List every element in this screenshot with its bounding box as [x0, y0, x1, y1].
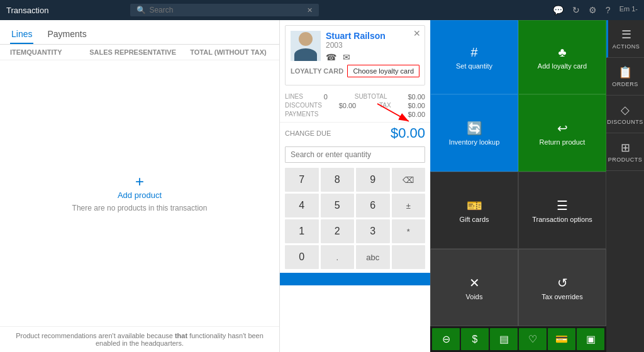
help-icon[interactable]: ?	[606, 5, 611, 15]
bottom-icon-minus[interactable]: ⊖	[432, 328, 460, 350]
numpad-4[interactable]: 4	[285, 194, 319, 217]
avatar-body	[294, 48, 317, 61]
add-product-label: Add product	[118, 190, 162, 200]
col-item: ITEM	[10, 48, 26, 56]
customer-contacts: ☎ ✉	[326, 52, 386, 62]
products-label: PRODUCTS	[608, 157, 643, 163]
title-bar-actions: 💬 ↻ ⚙ ? Em 1-	[553, 5, 638, 15]
inventory-icon: 🔄	[467, 121, 482, 136]
return-icon: ↩	[557, 121, 568, 136]
tab-payments[interactable]: Payments	[46, 25, 87, 44]
numpad-1[interactable]: 1	[285, 219, 319, 243]
bottom-icon-heart[interactable]: ♡	[519, 328, 547, 350]
gift-cards-button[interactable]: 🎫 Gift cards	[430, 172, 518, 249]
bottom-icon-box[interactable]: ▣	[577, 328, 604, 350]
tab-lines[interactable]: Lines	[10, 25, 33, 44]
title-bar: Transaction 🔍 ✕ 💬 ↻ ⚙ ? Em 1-	[0, 0, 644, 20]
side-actions-products[interactable]: ⊞ PRODUCTS	[606, 133, 644, 171]
return-label: Return product	[540, 138, 586, 146]
set-quantity-icon: #	[470, 45, 477, 60]
numpad-3[interactable]: 3	[356, 219, 390, 243]
bottom-icon-card2[interactable]: 💳	[548, 328, 575, 350]
inventory-lookup-button[interactable]: 🔄 Inventory lookup	[430, 94, 518, 172]
settings-icon[interactable]: ⚙	[589, 5, 597, 15]
customer-name[interactable]: Stuart Railson	[326, 31, 386, 41]
col-sales-rep: SALES REPRESENTATIVE	[89, 48, 190, 56]
middle-panel: ✕ Stuart Railson 2003 ☎ ✉ LOYALTY CARD	[279, 20, 430, 352]
main-container: Lines Payments ITEM QUANTITY SALES REPRE…	[0, 20, 644, 352]
payments-value: $0.00	[408, 111, 425, 118]
search-input[interactable]	[149, 6, 304, 14]
close-customer-button[interactable]: ✕	[413, 28, 421, 38]
search-quantity-input[interactable]	[285, 146, 425, 163]
add-product-button[interactable]: + Add product	[118, 174, 162, 200]
gift-cards-label: Gift cards	[459, 216, 489, 223]
actions-icon: ☰	[621, 28, 631, 41]
transaction-summary: LINES 0 SUBTOTAL $0.00 DISCOUNTS $0.00 T…	[280, 91, 430, 122]
customer-details: Stuart Railson 2003 ☎ ✉	[326, 31, 386, 62]
add-loyalty-card-button[interactable]: ♣ Add loyalty card	[518, 20, 606, 94]
orders-label: ORDERS	[612, 81, 638, 87]
bottom-icon-dollar[interactable]: $	[461, 328, 489, 350]
change-due-label: CHANGE DUE	[285, 129, 331, 137]
add-loyalty-icon: ♣	[558, 45, 566, 60]
actions-label: ACTIONS	[613, 43, 640, 50]
tabs-bar: Lines Payments	[0, 20, 279, 45]
gift-cards-icon: 🎫	[467, 198, 482, 213]
search-bar[interactable]: 🔍 ✕	[130, 4, 319, 16]
orders-icon: 📋	[618, 65, 632, 79]
phone-icon[interactable]: ☎	[326, 52, 336, 62]
tax-overrides-button[interactable]: ↺ Tax overrides	[518, 249, 606, 326]
customer-id: 2003	[326, 41, 386, 50]
checkout-button[interactable]	[280, 273, 430, 285]
numpad-backspace[interactable]: ⌫	[392, 168, 426, 192]
numpad-6[interactable]: 6	[356, 194, 390, 217]
side-actions-actions[interactable]: ☰ ACTIONS	[606, 20, 644, 58]
add-loyalty-label: Add loyalty card	[538, 62, 587, 70]
numpad-5[interactable]: 5	[321, 194, 355, 217]
lines-label: LINES	[285, 93, 303, 101]
numpad-plusminus[interactable]: ±	[392, 194, 426, 217]
choose-loyalty-button[interactable]: Choose loyalty card	[347, 65, 419, 77]
side-actions-orders[interactable]: 📋 ORDERS	[606, 58, 644, 96]
summary-payments: PAYMENTS $0.00	[285, 111, 425, 118]
tax-label: TAX	[379, 102, 391, 109]
numpad-dot[interactable]: .	[321, 245, 355, 269]
chat-icon[interactable]: 💬	[553, 5, 564, 15]
numpad-9[interactable]: 9	[356, 168, 390, 192]
plus-icon: +	[135, 174, 144, 189]
numpad-2[interactable]: 2	[321, 219, 355, 243]
loyalty-row: LOYALTY CARD Choose loyalty card	[291, 65, 419, 77]
return-product-button[interactable]: ↩ Return product	[518, 94, 606, 172]
numpad-8[interactable]: 8	[321, 168, 355, 192]
search-icon: 🔍	[136, 6, 146, 14]
numpad-7[interactable]: 7	[285, 168, 319, 192]
discounts-label: DISCOUNTS	[607, 119, 643, 125]
right-panel: # Set quantity ♣ Add loyalty card 🔄 Inve…	[430, 20, 606, 352]
bottom-icon-lines[interactable]: ▤	[490, 328, 518, 350]
discounts-value: $0.00	[339, 102, 357, 109]
refresh-icon[interactable]: ↻	[572, 5, 580, 15]
numpad-0[interactable]: 0	[285, 245, 319, 269]
summary-lines: LINES 0 SUBTOTAL $0.00	[285, 93, 425, 101]
email-icon[interactable]: ✉	[343, 52, 350, 62]
numpad-multiply[interactable]: *	[392, 219, 426, 243]
tax-overrides-label: Tax overrides	[541, 293, 582, 300]
clear-search-icon[interactable]: ✕	[307, 6, 313, 14]
payments-label: PAYMENTS	[285, 111, 319, 118]
lines-content: + Add product There are no products in t…	[0, 60, 279, 326]
side-actions-discounts[interactable]: ◇ DISCOUNTS	[606, 96, 644, 133]
voids-button[interactable]: ✕ Voids	[430, 249, 518, 326]
transaction-options-button[interactable]: ☰ Transaction options	[518, 172, 606, 249]
avatar	[291, 31, 321, 61]
col-total: TOTAL (WITHOUT TAX)	[190, 48, 278, 56]
user-info: Em 1-	[619, 5, 638, 15]
numpad-empty	[392, 245, 426, 269]
set-quantity-button[interactable]: # Set quantity	[430, 20, 518, 94]
app-title: Transaction	[6, 6, 48, 15]
side-actions: ☰ ACTIONS 📋 ORDERS ◇ DISCOUNTS ⊞ PRODUCT…	[606, 20, 644, 352]
col-quantity: QUANTITY	[26, 48, 89, 56]
lines-value: 0	[324, 93, 328, 101]
bottom-notice: Product recommendations aren't available…	[0, 326, 279, 352]
numpad-abc[interactable]: abc	[356, 245, 390, 269]
